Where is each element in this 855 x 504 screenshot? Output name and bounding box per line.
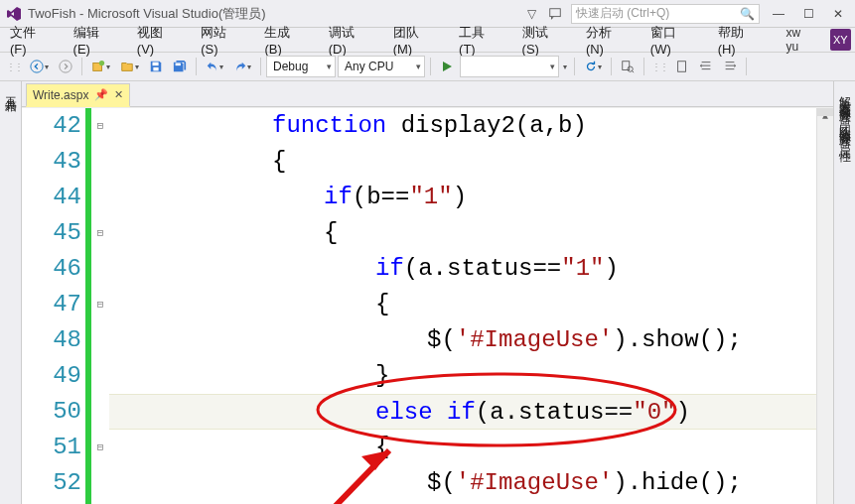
svg-rect-0 — [550, 8, 561, 16]
svg-rect-5 — [153, 63, 159, 66]
code-line[interactable]: { — [109, 430, 816, 465]
menu-team[interactable]: 团队(M) — [387, 22, 443, 59]
line-number-gutter: 4243444546474849505152 — [22, 108, 85, 504]
open-file-button[interactable]: ▾ — [116, 56, 143, 77]
find-in-files-button[interactable] — [617, 56, 639, 77]
svg-rect-6 — [153, 67, 158, 71]
code-line[interactable]: function display2(a,b) — [109, 108, 816, 144]
menu-window[interactable]: 窗口(W) — [644, 22, 702, 59]
file-tab-label: Write.aspx — [33, 88, 88, 102]
quick-launch-placeholder: 快速启动 (Ctrl+Q) — [576, 5, 669, 22]
file-tab-active[interactable]: Write.aspx 📌 ✕ — [26, 83, 130, 107]
code-line[interactable]: $('#ImageUse').show(); — [109, 322, 816, 358]
fold-empty — [91, 394, 109, 430]
code-line[interactable]: } — [109, 358, 816, 394]
line-number: 50 — [22, 394, 81, 430]
vertical-scrollbar[interactable]: ▲ — [816, 108, 833, 504]
restore-button[interactable]: ☐ — [797, 3, 819, 25]
svg-rect-10 — [678, 62, 686, 72]
nav-back-button[interactable]: ▾ — [26, 56, 53, 77]
menu-test[interactable]: 测试(S) — [516, 22, 570, 59]
debug-target-combo[interactable] — [460, 56, 559, 77]
save-all-button[interactable] — [169, 56, 191, 77]
line-number: 42 — [22, 108, 81, 144]
redo-button[interactable]: ▾ — [229, 56, 255, 77]
fold-empty — [91, 322, 109, 358]
quick-launch-input[interactable]: 快速启动 (Ctrl+Q) 🔍 — [571, 4, 760, 24]
code-line[interactable]: { — [109, 144, 816, 180]
line-number: 45 — [22, 215, 81, 251]
code-line[interactable]: if(a.status=="1") — [109, 251, 816, 287]
svg-point-2 — [60, 61, 71, 72]
menu-build[interactable]: 生成(B) — [258, 22, 312, 59]
code-line[interactable]: else if(a.status=="0") — [109, 394, 816, 430]
team-explorer-tab[interactable]: 团队资源管理器 — [836, 115, 853, 129]
menubar: 文件(F) 编辑(E) 视图(V) 网站(S) 生成(B) 调试(D) 团队(M… — [0, 28, 855, 52]
fold-gutter[interactable]: ⊟⊟⊟⊟ — [91, 108, 109, 504]
outdent-button[interactable] — [719, 56, 741, 77]
new-item-button[interactable] — [671, 56, 693, 77]
menu-website[interactable]: 网站(S) — [195, 22, 248, 59]
main-area: 工具箱 Write.aspx 📌 ✕ 424344454647484950515… — [0, 81, 855, 504]
fold-toggle[interactable]: ⊟ — [91, 108, 109, 144]
menu-edit[interactable]: 编辑(E) — [68, 22, 121, 59]
code-line[interactable]: { — [109, 287, 816, 322]
svg-point-1 — [31, 61, 43, 72]
platform-combo[interactable]: Any CPU — [338, 56, 425, 77]
user-name[interactable]: xw yu — [786, 26, 816, 54]
save-button[interactable] — [145, 56, 167, 77]
fold-toggle[interactable]: ⊟ — [91, 215, 109, 251]
toolbar-grip-icon: ⋮⋮ — [649, 62, 669, 72]
code-line[interactable]: if(b=="1") — [109, 180, 816, 215]
new-project-button[interactable]: ▾ — [87, 56, 114, 77]
fold-empty — [91, 465, 109, 501]
window-title: TwoFish - Microsoft Visual Studio(管理员) — [28, 5, 266, 23]
menu-view[interactable]: 视图(V) — [131, 22, 185, 59]
notification-icon[interactable]: ▽ — [523, 6, 539, 22]
start-debug-button[interactable] — [436, 56, 458, 77]
fold-toggle[interactable]: ⊟ — [91, 287, 109, 322]
browser-link-refresh-button[interactable]: ▾ — [580, 56, 606, 77]
fold-empty — [91, 251, 109, 287]
close-tab-icon[interactable]: ✕ — [114, 88, 123, 101]
fold-empty — [91, 358, 109, 394]
menu-help[interactable]: 帮助(H) — [712, 22, 767, 59]
split-handle[interactable] — [817, 108, 833, 116]
code-area[interactable]: function display2(a,b){if(b=="1"){if(a.s… — [109, 108, 816, 504]
menu-analyze[interactable]: 分析(N) — [580, 22, 635, 59]
line-number: 46 — [22, 251, 81, 287]
search-icon: 🔍 — [740, 7, 755, 21]
minimize-button[interactable]: — — [768, 3, 789, 25]
fold-empty — [91, 144, 109, 180]
toolbox-panel-tab[interactable]: 工具箱 — [0, 81, 22, 504]
nav-forward-button[interactable] — [55, 56, 76, 77]
line-number: 51 — [22, 430, 81, 465]
fold-toggle[interactable]: ⊟ — [91, 430, 109, 465]
line-number: 47 — [22, 287, 81, 322]
close-button[interactable]: ✕ — [827, 3, 849, 25]
fold-empty — [91, 180, 109, 215]
user-badge[interactable]: XY — [830, 29, 851, 51]
svg-rect-7 — [176, 63, 181, 66]
line-number: 44 — [22, 180, 81, 215]
code-editor[interactable]: 4243444546474849505152 ⊟⊟⊟⊟ function dis… — [22, 107, 833, 504]
solution-explorer-tab[interactable]: 解决方案资源管理器 — [836, 87, 853, 105]
menu-file[interactable]: 文件(F) — [4, 22, 58, 59]
pin-icon[interactable]: 📌 — [94, 88, 108, 101]
properties-tab[interactable]: 属性 — [836, 139, 853, 143]
feedback-icon[interactable] — [547, 6, 563, 22]
toolbox-label: 工具箱 — [2, 87, 19, 93]
line-number: 49 — [22, 358, 81, 394]
menu-debug[interactable]: 调试(D) — [323, 22, 377, 59]
undo-button[interactable]: ▾ — [202, 56, 227, 77]
toolbar-grip-icon: ⋮⋮ — [4, 62, 24, 72]
svg-point-4 — [99, 61, 104, 65]
tab-strip: Write.aspx 📌 ✕ — [22, 81, 833, 107]
menu-tools[interactable]: 工具(T) — [453, 22, 506, 59]
config-combo[interactable]: Debug — [266, 56, 336, 77]
line-number: 43 — [22, 144, 81, 180]
indent-button[interactable] — [695, 56, 717, 77]
code-line[interactable]: { — [109, 215, 816, 251]
right-panel-tabs: 解决方案资源管理器 团队资源管理器 属性 — [833, 81, 855, 504]
code-line[interactable]: $('#ImageUse').hide(); — [109, 465, 816, 501]
